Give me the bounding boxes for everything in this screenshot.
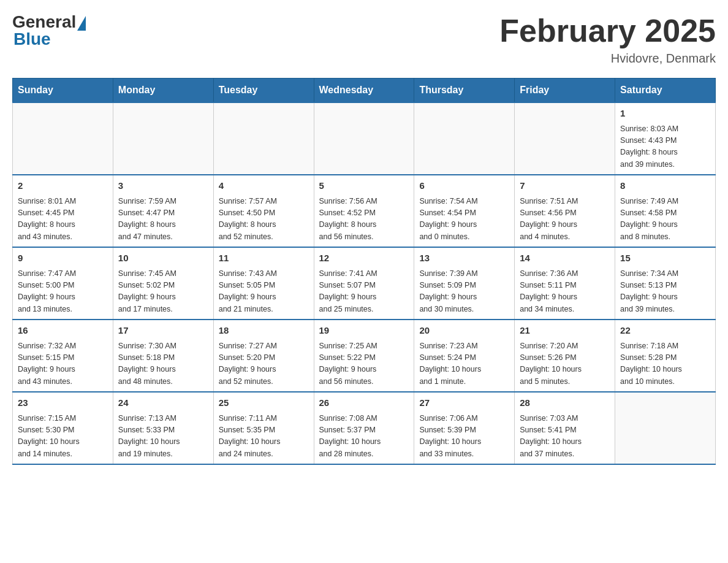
day-number: 9 (18, 251, 108, 266)
day-info: Sunrise: 7:11 AMSunset: 5:35 PMDaylight:… (219, 413, 309, 461)
week-row-1: 1Sunrise: 8:03 AMSunset: 4:43 PMDaylight… (13, 102, 716, 175)
day-number: 19 (319, 324, 409, 338)
day-number: 12 (319, 251, 409, 266)
weekday-header-row: SundayMondayTuesdayWednesdayThursdayFrid… (13, 79, 716, 103)
day-number: 20 (419, 324, 509, 338)
day-number: 8 (620, 179, 710, 193)
day-number: 14 (520, 251, 610, 266)
weekday-header-sunday: Sunday (13, 79, 113, 103)
day-info: Sunrise: 7:54 AMSunset: 4:54 PMDaylight:… (419, 196, 509, 243)
day-info: Sunrise: 7:45 AMSunset: 5:02 PMDaylight:… (118, 268, 208, 316)
calendar-cell: 9Sunrise: 7:47 AMSunset: 5:00 PMDaylight… (13, 247, 113, 320)
weekday-header-tuesday: Tuesday (213, 79, 314, 103)
logo-blue-text: Blue (13, 29, 51, 49)
day-info: Sunrise: 7:56 AMSunset: 4:52 PMDaylight:… (319, 196, 409, 243)
day-number: 18 (219, 324, 309, 338)
day-info: Sunrise: 7:18 AMSunset: 5:28 PMDaylight:… (620, 340, 710, 388)
week-row-2: 2Sunrise: 8:01 AMSunset: 4:45 PMDaylight… (13, 175, 716, 247)
day-number: 2 (18, 179, 108, 193)
day-info: Sunrise: 7:43 AMSunset: 5:05 PMDaylight:… (219, 268, 309, 316)
day-info: Sunrise: 7:39 AMSunset: 5:09 PMDaylight:… (419, 268, 509, 316)
calendar-cell (414, 102, 515, 175)
day-number: 23 (18, 396, 108, 410)
day-number: 16 (18, 324, 108, 338)
week-row-4: 16Sunrise: 7:32 AMSunset: 5:15 PMDayligh… (13, 320, 716, 392)
calendar-cell (314, 102, 414, 175)
day-number: 1 (620, 107, 710, 121)
day-number: 28 (520, 396, 610, 410)
day-info: Sunrise: 7:20 AMSunset: 5:26 PMDaylight:… (520, 340, 610, 388)
calendar-cell: 2Sunrise: 8:01 AMSunset: 4:45 PMDaylight… (13, 175, 113, 247)
day-info: Sunrise: 7:59 AMSunset: 4:47 PMDaylight:… (118, 196, 208, 243)
day-info: Sunrise: 7:23 AMSunset: 5:24 PMDaylight:… (419, 340, 509, 388)
day-number: 15 (620, 251, 710, 266)
day-info: Sunrise: 7:57 AMSunset: 4:50 PMDaylight:… (219, 196, 309, 243)
day-number: 26 (319, 396, 409, 410)
day-info: Sunrise: 7:06 AMSunset: 5:39 PMDaylight:… (419, 413, 509, 461)
calendar-cell: 3Sunrise: 7:59 AMSunset: 4:47 PMDaylight… (113, 175, 213, 247)
day-info: Sunrise: 8:03 AMSunset: 4:43 PMDaylight:… (620, 123, 710, 171)
day-info: Sunrise: 7:03 AMSunset: 5:41 PMDaylight:… (520, 413, 610, 461)
month-title: February 2025 (499, 12, 716, 49)
day-info: Sunrise: 7:51 AMSunset: 4:56 PMDaylight:… (520, 196, 610, 243)
weekday-header-monday: Monday (113, 79, 213, 103)
day-info: Sunrise: 7:13 AMSunset: 5:33 PMDaylight:… (118, 413, 208, 461)
calendar-cell: 22Sunrise: 7:18 AMSunset: 5:28 PMDayligh… (615, 320, 716, 392)
day-number: 17 (118, 324, 208, 338)
calendar-cell: 15Sunrise: 7:34 AMSunset: 5:13 PMDayligh… (615, 247, 716, 320)
day-info: Sunrise: 7:41 AMSunset: 5:07 PMDaylight:… (319, 268, 409, 316)
day-number: 11 (219, 251, 309, 266)
calendar-cell: 10Sunrise: 7:45 AMSunset: 5:02 PMDayligh… (113, 247, 213, 320)
day-info: Sunrise: 7:15 AMSunset: 5:30 PMDaylight:… (18, 413, 108, 461)
week-row-3: 9Sunrise: 7:47 AMSunset: 5:00 PMDaylight… (13, 247, 716, 320)
calendar-cell: 14Sunrise: 7:36 AMSunset: 5:11 PMDayligh… (515, 247, 615, 320)
location: Hvidovre, Denmark (499, 52, 716, 66)
day-number: 25 (219, 396, 309, 410)
day-number: 6 (419, 179, 509, 193)
title-area: February 2025 Hvidovre, Denmark (499, 12, 716, 66)
calendar-cell: 28Sunrise: 7:03 AMSunset: 5:41 PMDayligh… (515, 392, 615, 464)
day-info: Sunrise: 8:01 AMSunset: 4:45 PMDaylight:… (18, 196, 108, 243)
calendar-cell: 5Sunrise: 7:56 AMSunset: 4:52 PMDaylight… (314, 175, 414, 247)
calendar-cell: 18Sunrise: 7:27 AMSunset: 5:20 PMDayligh… (213, 320, 314, 392)
calendar-cell: 23Sunrise: 7:15 AMSunset: 5:30 PMDayligh… (13, 392, 113, 464)
day-number: 13 (419, 251, 509, 266)
day-info: Sunrise: 7:08 AMSunset: 5:37 PMDaylight:… (319, 413, 409, 461)
day-number: 22 (620, 324, 710, 338)
logo: General Blue (12, 12, 86, 49)
week-row-5: 23Sunrise: 7:15 AMSunset: 5:30 PMDayligh… (13, 392, 716, 464)
calendar-cell: 11Sunrise: 7:43 AMSunset: 5:05 PMDayligh… (213, 247, 314, 320)
calendar-cell: 20Sunrise: 7:23 AMSunset: 5:24 PMDayligh… (414, 320, 515, 392)
day-info: Sunrise: 7:27 AMSunset: 5:20 PMDaylight:… (219, 340, 309, 388)
day-info: Sunrise: 7:25 AMSunset: 5:22 PMDaylight:… (319, 340, 409, 388)
calendar-cell (213, 102, 314, 175)
weekday-header-wednesday: Wednesday (314, 79, 414, 103)
calendar-cell: 17Sunrise: 7:30 AMSunset: 5:18 PMDayligh… (113, 320, 213, 392)
day-number: 7 (520, 179, 610, 193)
weekday-header-thursday: Thursday (414, 79, 515, 103)
calendar-cell: 7Sunrise: 7:51 AMSunset: 4:56 PMDaylight… (515, 175, 615, 247)
calendar-cell (13, 102, 113, 175)
calendar-cell: 13Sunrise: 7:39 AMSunset: 5:09 PMDayligh… (414, 247, 515, 320)
calendar-cell (515, 102, 615, 175)
day-number: 27 (419, 396, 509, 410)
day-number: 10 (118, 251, 208, 266)
day-number: 5 (319, 179, 409, 193)
calendar-cell: 8Sunrise: 7:49 AMSunset: 4:58 PMDaylight… (615, 175, 716, 247)
calendar-cell: 27Sunrise: 7:06 AMSunset: 5:39 PMDayligh… (414, 392, 515, 464)
page-header: General Blue February 2025 Hvidovre, Den… (12, 12, 716, 66)
day-info: Sunrise: 7:47 AMSunset: 5:00 PMDaylight:… (18, 268, 108, 316)
calendar-cell: 25Sunrise: 7:11 AMSunset: 5:35 PMDayligh… (213, 392, 314, 464)
calendar-cell: 24Sunrise: 7:13 AMSunset: 5:33 PMDayligh… (113, 392, 213, 464)
day-info: Sunrise: 7:36 AMSunset: 5:11 PMDaylight:… (520, 268, 610, 316)
day-number: 3 (118, 179, 208, 193)
weekday-header-friday: Friday (515, 79, 615, 103)
day-info: Sunrise: 7:49 AMSunset: 4:58 PMDaylight:… (620, 196, 710, 243)
calendar-cell (113, 102, 213, 175)
calendar-cell: 21Sunrise: 7:20 AMSunset: 5:26 PMDayligh… (515, 320, 615, 392)
logo-triangle-icon (77, 16, 86, 31)
calendar-cell: 26Sunrise: 7:08 AMSunset: 5:37 PMDayligh… (314, 392, 414, 464)
day-info: Sunrise: 7:30 AMSunset: 5:18 PMDaylight:… (118, 340, 208, 388)
day-number: 24 (118, 396, 208, 410)
weekday-header-saturday: Saturday (615, 79, 716, 103)
